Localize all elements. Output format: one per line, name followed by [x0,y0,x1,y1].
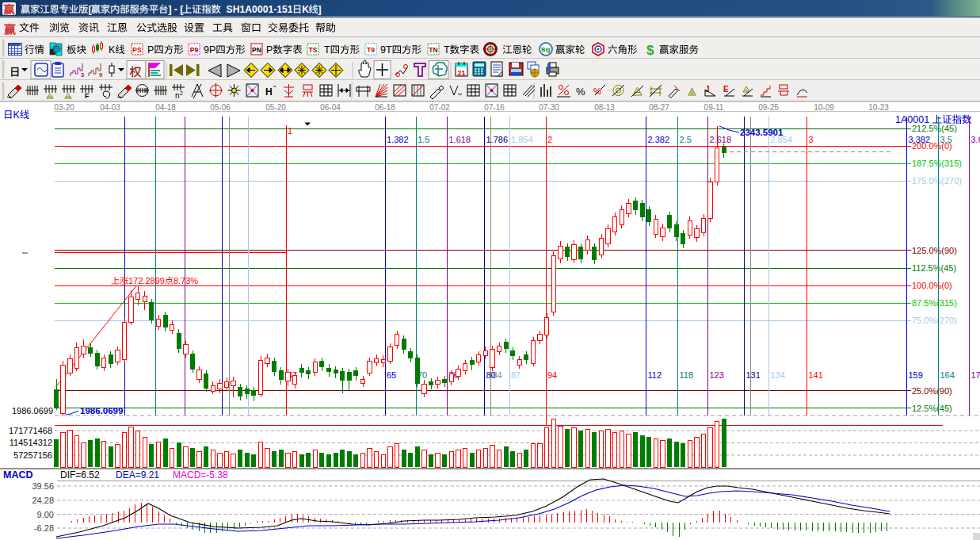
svg-text:9P: 9P [204,44,215,56]
svg-text:09-11: 09-11 [704,103,724,112]
svg-text:114514312: 114514312 [10,438,52,447]
svg-text:": " [273,84,276,92]
svg-text:187.5%(315): 187.5%(315) [912,159,962,168]
svg-text:n: n [175,91,180,100]
svg-text:06-04: 06-04 [320,103,341,112]
svg-text:2: 2 [547,135,552,144]
svg-text:K: K [302,4,309,15]
svg-text:PN: PN [252,46,261,54]
svg-text:07-16: 07-16 [484,103,505,112]
svg-text:24.28: 24.28 [32,496,54,505]
svg-text:DEA=9.21: DEA=9.21 [116,469,159,481]
svg-text:3.618: 3.618 [971,135,980,144]
svg-text:125.0%(90): 125.0%(90) [912,246,957,255]
svg-text:3: 3 [809,135,814,144]
svg-text:T: T [444,44,450,56]
svg-text:06-18: 06-18 [375,103,395,112]
svg-text:MACD=-5.38: MACD=-5.38 [173,469,228,481]
svg-text:-6.28: -6.28 [34,523,54,533]
svg-text:10-09: 10-09 [814,103,834,112]
svg-text:SH1A0001-151: SH1A0001-151 [227,4,293,15]
svg-text:112.5%(45): 112.5%(45) [912,263,956,273]
svg-text:2343.5901: 2343.5901 [740,128,784,137]
svg-text:164: 164 [940,370,955,380]
svg-text:1986.0699: 1986.0699 [80,406,123,416]
svg-text:TN: TN [429,46,437,54]
svg-text:171771468: 171771468 [9,426,52,435]
svg-text:05-20: 05-20 [265,103,286,112]
svg-text:07-30: 07-30 [539,103,559,112]
svg-text:175.0%(270): 175.0%(270) [912,176,962,186]
svg-text:] - [: ] - [ [168,4,183,15]
svg-text:25.0%(90): 25.0%(90) [912,386,952,396]
svg-text:57257156: 57257156 [13,450,52,460]
svg-text:03-20: 03-20 [54,103,74,112]
svg-text:]: ] [318,4,322,15]
svg-text:2: 2 [180,90,183,96]
svg-text:T9: T9 [367,46,375,54]
svg-text:04-03: 04-03 [100,103,120,112]
svg-text:07-02: 07-02 [429,103,450,112]
svg-text:87.5%(315): 87.5%(315) [912,298,957,308]
svg-text:2.5: 2.5 [680,135,692,144]
svg-text:TS: TS [309,46,318,54]
svg-text:Big: Big [541,47,550,53]
svg-text:DIF=6.52: DIF=6.52 [60,469,100,481]
svg-text:1.5: 1.5 [418,135,429,144]
svg-text:1.786: 1.786 [486,135,509,144]
svg-text:75.0%(270): 75.0%(270) [912,316,957,325]
svg-text:170: 170 [971,370,980,380]
svg-text:112: 112 [648,370,662,380]
svg-text:08-13: 08-13 [594,103,615,112]
svg-text:1: 1 [288,126,292,136]
svg-text:131: 131 [746,370,761,380]
svg-text:MACD: MACD [3,469,33,481]
svg-text:P: P [147,44,154,56]
svg-text:F: F [85,92,90,100]
svg-text:212.5%(45): 212.5%(45) [912,124,957,133]
svg-text:12.5%(45): 12.5%(45) [912,404,952,413]
svg-text:39.56: 39.56 [32,481,54,491]
svg-text:Н: Н [265,86,273,98]
svg-text:159: 159 [909,370,923,380]
svg-text:P: P [266,44,273,56]
svg-text:118: 118 [680,370,694,380]
svg-text:%: % [576,86,585,98]
svg-text:[: [ [88,4,91,15]
svg-text:K: K [13,109,21,121]
svg-text:3.382: 3.382 [909,135,931,144]
svg-text:2.618: 2.618 [710,135,732,144]
svg-text:9: 9 [99,71,102,79]
svg-text:9.00: 9.00 [37,510,54,519]
svg-text:T: T [324,44,330,56]
svg-text:123: 123 [710,370,724,380]
svg-text:141: 141 [809,370,823,380]
svg-text:2.382: 2.382 [648,135,670,144]
svg-text:K: K [109,44,116,56]
svg-text:100.0%(0): 100.0%(0) [912,281,952,290]
svg-text:94: 94 [547,370,557,380]
svg-text:E: E [723,85,729,94]
svg-text:65: 65 [387,370,396,380]
svg-text:1.382: 1.382 [387,135,409,144]
svg-text:%: % [593,86,601,96]
svg-text:1.618: 1.618 [449,135,471,144]
svg-text:172.2899: 172.2899 [128,276,165,285]
svg-text:21: 21 [457,69,465,77]
svg-text:134: 134 [771,370,785,380]
svg-text:3: 3 [81,71,84,79]
svg-text:84: 84 [493,370,502,380]
svg-text:08-27: 08-27 [649,103,669,112]
svg-text:05-06: 05-06 [210,103,231,112]
svg-text:8.73%: 8.73% [174,276,198,285]
svg-text:1986.0699: 1986.0699 [12,406,53,416]
svg-text:$: $ [646,43,654,58]
svg-text:P9: P9 [190,46,199,54]
svg-text:87: 87 [511,370,521,380]
svg-text:9T: 9T [380,44,392,56]
svg-text:10-23: 10-23 [868,103,889,112]
svg-text:04-18: 04-18 [155,103,176,112]
svg-text:PS: PS [132,46,142,54]
svg-text:1.854: 1.854 [511,135,533,144]
svg-text:3.5: 3.5 [940,135,952,144]
